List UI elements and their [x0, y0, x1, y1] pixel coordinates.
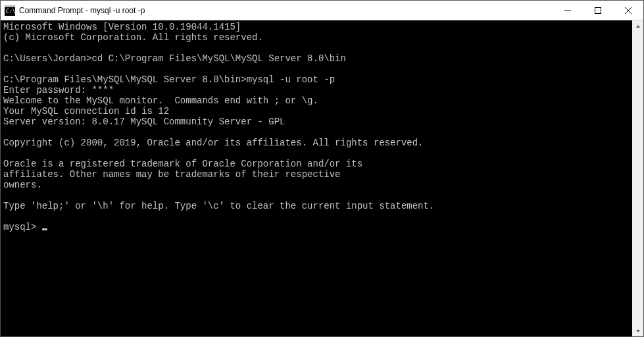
terminal-output[interactable]: Microsoft Windows [Version 10.0.19044.14…: [1, 20, 632, 336]
scroll-down-button[interactable]: [632, 325, 643, 336]
svg-marker-8: [636, 330, 640, 332]
close-button[interactable]: [613, 1, 643, 20]
maximize-button[interactable]: [583, 1, 613, 20]
cmd-icon: C:\: [5, 5, 15, 16]
content-area: Microsoft Windows [Version 10.0.19044.14…: [1, 20, 643, 336]
svg-rect-1: [5, 5, 15, 7]
terminal-cursor: [42, 228, 47, 230]
svg-text:C:\: C:\: [6, 9, 15, 14]
minimize-button[interactable]: [553, 1, 583, 20]
vertical-scrollbar[interactable]: [632, 20, 643, 336]
scrollbar-track[interactable]: [632, 32, 643, 325]
svg-rect-4: [595, 7, 601, 13]
scroll-up-button[interactable]: [632, 20, 643, 32]
svg-marker-7: [636, 25, 640, 28]
window-title: Command Prompt - mysql -u root -p: [19, 6, 553, 15]
window-controls: [553, 1, 643, 20]
window-titlebar[interactable]: C:\ Command Prompt - mysql -u root -p: [1, 1, 643, 20]
